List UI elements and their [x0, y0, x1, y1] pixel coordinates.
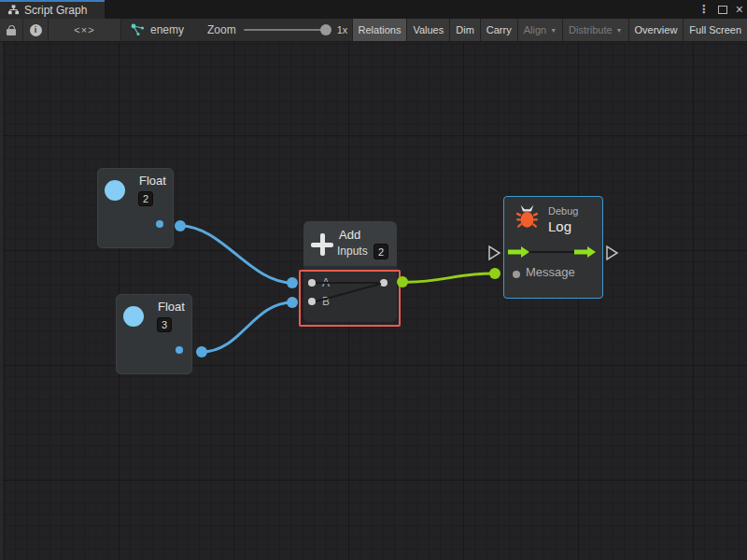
wire-endpoint — [287, 297, 298, 308]
relations-button[interactable]: Relations — [352, 19, 407, 41]
lock-icon — [7, 25, 16, 35]
dim-button[interactable]: Dim — [449, 19, 480, 41]
float1-output-port[interactable] — [156, 220, 163, 228]
debug-bug-icon — [514, 203, 540, 230]
script-graph-icon — [7, 5, 20, 16]
wire-float1-to-add-a[interactable] — [180, 226, 292, 283]
node-category: Debug — [548, 205, 578, 217]
wire-endpoint — [489, 268, 500, 279]
node-title: Float — [139, 174, 166, 188]
node-title: Log — [548, 218, 571, 234]
inputs-count-field[interactable]: 2 — [374, 244, 388, 259]
debug-log-node[interactable]: Debug Log Message — [503, 196, 603, 299]
graph-name: enemy — [150, 23, 184, 36]
carry-button[interactable]: Carry — [480, 19, 517, 41]
wire-float2-to-add-b[interactable] — [202, 302, 292, 352]
script-graph-window: Script Graph ⋮ × i <×> enemy — [0, 0, 747, 560]
float-value-field[interactable]: 2 — [138, 191, 153, 206]
info-icon: i — [30, 24, 42, 36]
control-input-port[interactable] — [489, 246, 500, 259]
window-menu-icon[interactable]: ⋮ — [698, 0, 710, 19]
close-icon[interactable]: × — [736, 1, 743, 18]
float-node-1[interactable]: Float 2 — [97, 168, 174, 248]
add-node-header[interactable]: Add Inputs 2 — [303, 221, 397, 266]
fullscreen-button[interactable]: Full Screen — [683, 19, 747, 41]
lock-button[interactable] — [0, 19, 23, 41]
tab-script-graph[interactable]: Script Graph — [0, 0, 105, 19]
wire-add-to-debug[interactable] — [402, 273, 495, 282]
message-input-port[interactable] — [513, 271, 520, 278]
float-value-field[interactable]: 3 — [157, 317, 172, 332]
align-dropdown[interactable]: Align ▼ — [517, 19, 562, 41]
wire-endpoint — [196, 346, 207, 357]
distribute-dropdown[interactable]: Distribute ▼ — [562, 19, 627, 41]
graph-reference[interactable]: enemy — [131, 19, 184, 41]
chevron-down-icon: ▼ — [616, 27, 623, 34]
window-controls: ⋮ × — [698, 0, 743, 19]
float2-output-port[interactable] — [176, 346, 183, 354]
zoom-control: Zoom 1x — [207, 19, 347, 41]
wire-endpoint — [175, 220, 186, 231]
zoom-slider[interactable] — [244, 29, 330, 31]
values-button[interactable]: Values — [406, 19, 449, 41]
wire-endpoint — [287, 277, 298, 288]
message-label: Message — [526, 265, 575, 279]
float-icon — [105, 180, 125, 201]
zoom-value: 1x — [337, 24, 348, 35]
zoom-label: Zoom — [207, 23, 236, 36]
inputs-label: Inputs — [337, 245, 368, 258]
tab-bar: Script Graph ⋮ × — [0, 0, 747, 19]
node-title: Float — [158, 300, 185, 314]
ports-highlight-box — [299, 270, 401, 327]
add-icon — [311, 233, 333, 256]
control-output-port[interactable] — [607, 246, 617, 259]
node-title: Add — [339, 228, 360, 242]
overview-button[interactable]: Overview — [628, 19, 684, 41]
edit-graph-button[interactable]: <×> — [49, 19, 121, 41]
info-button[interactable]: i — [23, 19, 49, 41]
graph-icon — [131, 23, 145, 36]
toolbar-buttons: Relations Values Dim Carry Align ▼ Distr… — [352, 19, 747, 41]
zoom-slider-handle[interactable] — [320, 24, 331, 35]
float-icon — [123, 306, 144, 327]
tab-title: Script Graph — [24, 4, 87, 17]
graph-toolbar: i <×> enemy Zoom 1x Relations Values Dim — [0, 19, 747, 42]
graph-canvas[interactable]: Float 2 Float 3 Add Inputs 2 A B — [0, 42, 747, 560]
chevron-down-icon: ▼ — [550, 27, 557, 34]
ports-icon: <×> — [74, 24, 94, 35]
maximize-icon[interactable] — [718, 6, 727, 14]
float-node-2[interactable]: Float 3 — [116, 294, 192, 374]
